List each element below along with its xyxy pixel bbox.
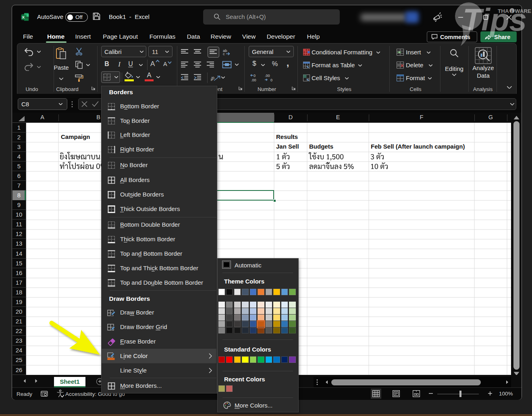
svg-text:THA: THA [498, 8, 509, 14]
svg-text:0: 0 [254, 74, 256, 78]
svg-text:A: A [163, 61, 167, 67]
svg-text:.00: .00 [251, 78, 256, 82]
svg-text:.00: .00 [265, 74, 270, 78]
svg-text:WARE: WARE [515, 8, 532, 14]
svg-text:X: X [22, 15, 25, 19]
svg-text:i: i [511, 9, 513, 14]
svg-text:0: 0 [270, 78, 272, 82]
svg-text:ab: ab [211, 75, 215, 82]
svg-text:c: c [223, 52, 225, 56]
svg-text:A: A [150, 60, 155, 68]
svg-text:Tips: Tips [463, 2, 527, 37]
